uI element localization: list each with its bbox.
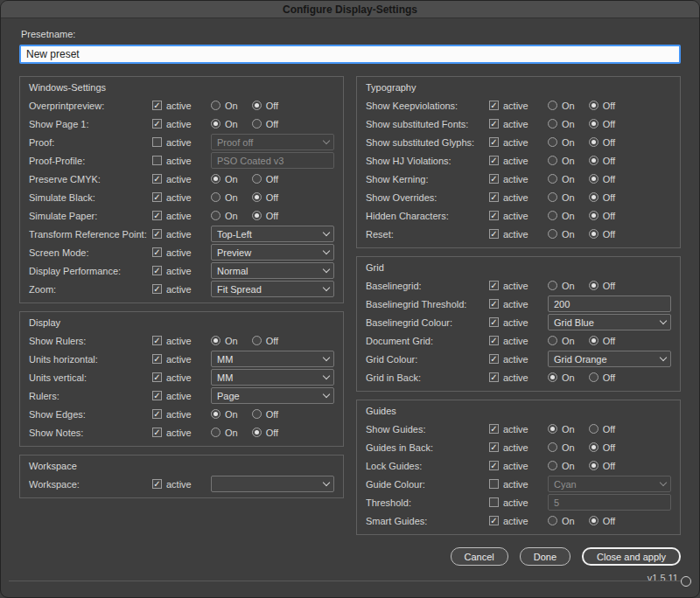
radio-off[interactable]: Off	[589, 372, 615, 383]
radio-on[interactable]: On	[548, 461, 575, 471]
dropdown[interactable]: Grid Orange	[548, 351, 671, 367]
active-checkbox[interactable]: ✓active	[152, 192, 211, 203]
active-checkbox[interactable]: ✓active	[152, 336, 211, 346]
radio-off[interactable]: Off	[252, 174, 278, 184]
active-checkbox[interactable]: active	[152, 156, 211, 166]
dropdown[interactable]	[211, 476, 334, 492]
active-checkbox[interactable]: ✓active	[152, 174, 211, 184]
radio-off[interactable]: Off	[252, 192, 278, 203]
radio-off[interactable]: Off	[589, 424, 615, 435]
active-checkbox[interactable]: ✓active	[489, 137, 548, 148]
radio-off[interactable]: Off	[589, 211, 615, 221]
scrollbar-track[interactable]	[9, 581, 688, 581]
active-checkbox[interactable]: ✓active	[489, 101, 548, 111]
done-button[interactable]: Done	[520, 547, 570, 566]
radio-on[interactable]: On	[548, 156, 575, 166]
active-checkbox[interactable]: ✓active	[152, 409, 211, 420]
radio-off[interactable]: Off	[252, 101, 278, 111]
radio-off[interactable]: Off	[252, 336, 278, 346]
active-checkbox[interactable]: ✓active	[489, 336, 548, 346]
presetname-input[interactable]	[19, 45, 681, 64]
active-checkbox[interactable]: ✓active	[152, 391, 211, 401]
radio-off[interactable]: Off	[252, 428, 278, 438]
radio-on[interactable]: On	[548, 372, 575, 383]
radio-on[interactable]: On	[548, 137, 575, 148]
text-input[interactable]: 5	[548, 494, 671, 511]
active-checkbox[interactable]: ✓active	[489, 156, 548, 166]
radio-on[interactable]: On	[548, 192, 575, 203]
radio-off[interactable]: Off	[589, 101, 615, 111]
radio-on[interactable]: On	[211, 119, 238, 129]
active-checkbox[interactable]: ✓active	[152, 229, 211, 240]
active-checkbox[interactable]: ✓active	[489, 192, 548, 203]
dropdown[interactable]: Grid Blue	[548, 314, 671, 330]
radio-off[interactable]: Off	[589, 281, 615, 291]
radio-off[interactable]: Off	[589, 137, 615, 148]
radio-on[interactable]: On	[211, 211, 238, 221]
radio-off[interactable]: Off	[589, 516, 615, 526]
dropdown[interactable]: Normal	[211, 262, 334, 279]
active-checkbox[interactable]: ✓active	[489, 372, 548, 383]
active-checkbox[interactable]: ✓active	[489, 174, 548, 184]
active-checkbox[interactable]: active	[489, 497, 548, 508]
radio-on[interactable]: On	[548, 174, 575, 184]
radio-on[interactable]: On	[548, 442, 575, 453]
dropdown[interactable]: Preview	[211, 244, 334, 261]
radio-off[interactable]: Off	[589, 192, 615, 203]
radio-on[interactable]: On	[548, 101, 575, 111]
radio-on[interactable]: On	[548, 211, 575, 221]
dropdown[interactable]: Top-Left	[211, 226, 334, 242]
titlebar[interactable]: Configure Display-Settings	[1, 1, 699, 18]
radio-off[interactable]: Off	[589, 461, 615, 471]
radio-off[interactable]: Off	[589, 174, 615, 184]
radio-on[interactable]: On	[548, 336, 575, 346]
active-checkbox[interactable]: ✓active	[152, 101, 211, 111]
radio-on[interactable]: On	[548, 424, 575, 435]
radio-off[interactable]: Off	[589, 119, 615, 129]
active-checkbox[interactable]: ✓active	[489, 119, 548, 129]
radio-on[interactable]: On	[548, 516, 575, 526]
active-checkbox[interactable]: ✓active	[489, 299, 548, 309]
active-checkbox[interactable]: ✓active	[152, 372, 211, 383]
dropdown[interactable]: MM	[211, 369, 334, 386]
radio-off[interactable]: Off	[252, 119, 278, 129]
radio-on[interactable]: On	[211, 174, 238, 184]
radio-on[interactable]: On	[211, 336, 238, 346]
active-checkbox[interactable]: ✓active	[489, 281, 548, 291]
active-checkbox[interactable]: ✓active	[152, 354, 211, 365]
dropdown[interactable]: Proof off	[211, 134, 334, 150]
active-checkbox[interactable]: active	[152, 137, 211, 148]
active-checkbox[interactable]: ✓active	[152, 247, 211, 258]
active-checkbox[interactable]: ✓active	[489, 211, 548, 221]
text-input[interactable]: PSO Coated v3	[211, 152, 334, 169]
radio-off[interactable]: Off	[252, 409, 278, 420]
radio-off[interactable]: Off	[589, 229, 615, 240]
active-checkbox[interactable]: ✓active	[489, 424, 548, 435]
active-checkbox[interactable]: ✓active	[489, 354, 548, 365]
active-checkbox[interactable]: ✓active	[489, 229, 548, 240]
scrollbar-thumb[interactable]	[681, 576, 691, 587]
radio-on[interactable]: On	[211, 428, 238, 438]
radio-on[interactable]: On	[548, 229, 575, 240]
close-and-apply-button[interactable]: Close and apply	[582, 547, 681, 566]
active-checkbox[interactable]: ✓active	[152, 119, 211, 129]
active-checkbox[interactable]: active	[489, 479, 548, 490]
dropdown[interactable]: Page	[211, 387, 334, 404]
dropdown[interactable]: Cyan	[548, 476, 671, 492]
radio-off[interactable]: Off	[589, 156, 615, 166]
radio-on[interactable]: On	[211, 101, 238, 111]
radio-on[interactable]: On	[211, 409, 238, 420]
cancel-button[interactable]: Cancel	[451, 547, 508, 566]
active-checkbox[interactable]: ✓active	[489, 317, 548, 328]
radio-on[interactable]: On	[211, 192, 238, 203]
dropdown[interactable]: MM	[211, 351, 334, 367]
active-checkbox[interactable]: ✓active	[152, 479, 211, 490]
text-input[interactable]: 200	[548, 296, 671, 312]
radio-on[interactable]: On	[548, 119, 575, 129]
radio-on[interactable]: On	[548, 281, 575, 291]
active-checkbox[interactable]: ✓active	[489, 461, 548, 471]
active-checkbox[interactable]: ✓active	[152, 266, 211, 276]
radio-off[interactable]: Off	[589, 442, 615, 453]
dropdown[interactable]: Fit Spread	[211, 281, 334, 297]
radio-off[interactable]: Off	[589, 336, 615, 346]
